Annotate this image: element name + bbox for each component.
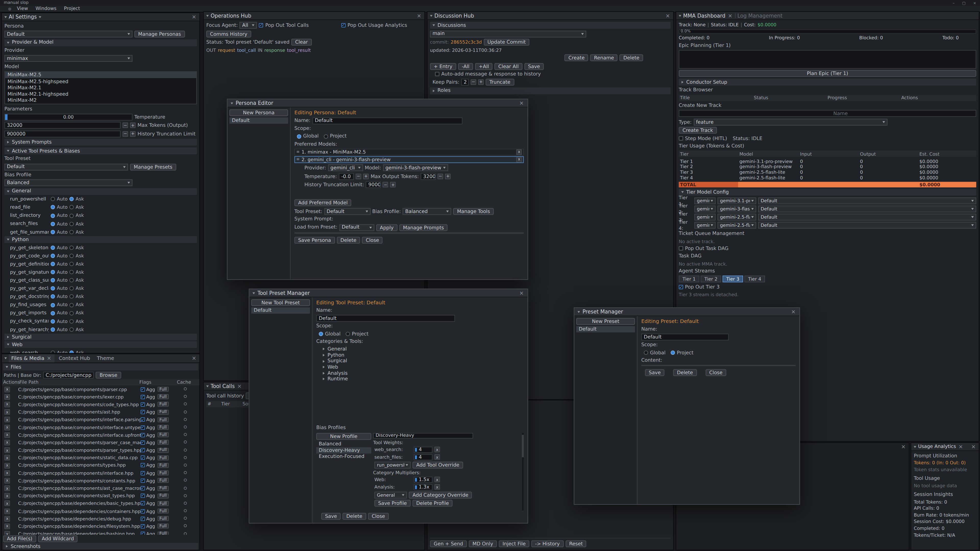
weight-input[interactable]: 4 — [414, 446, 432, 453]
full-button[interactable]: Full — [158, 501, 169, 506]
decrement-button[interactable]: − — [123, 131, 128, 137]
update-commit-button[interactable]: Update Commit — [484, 39, 530, 46]
remove-file-button[interactable]: x — [4, 440, 10, 445]
section-active-presets[interactable]: Active Tool Presets & Biases — [4, 148, 197, 154]
cache-indicator[interactable] — [184, 486, 187, 489]
agg-checkbox[interactable] — [141, 471, 145, 475]
section-files[interactable]: Files — [3, 364, 198, 370]
cache-indicator[interactable] — [184, 441, 187, 444]
auto-radio[interactable] — [51, 270, 55, 274]
stream-tab-tier-3[interactable]: Tier 3 — [722, 276, 743, 283]
model-select[interactable]: gemini-3.1-pro-preview — [718, 198, 756, 205]
close-tab-icon[interactable]: × — [46, 356, 52, 361]
model-select[interactable]: gemini-2.5-flash-lite — [718, 214, 756, 221]
category-runtime[interactable]: Runtime — [316, 376, 524, 382]
manage-presets-button[interactable]: Manage Presets — [130, 164, 176, 170]
agg-checkbox[interactable] — [141, 410, 145, 414]
collapse-panel-icon[interactable] — [206, 385, 209, 387]
remove-file-button[interactable]: x — [4, 432, 10, 438]
remove-file-button[interactable]: x — [4, 386, 10, 392]
auto-radio[interactable] — [51, 286, 55, 291]
full-button[interactable]: Full — [158, 516, 169, 521]
cache-indicator[interactable] — [184, 387, 187, 391]
multiplier-input[interactable]: 1.3x — [414, 484, 432, 490]
new-preset-button[interactable]: New Preset — [576, 318, 635, 325]
agg-checkbox[interactable] — [141, 395, 145, 399]
decrement-button[interactable]: − — [123, 123, 128, 128]
auto-radio[interactable] — [51, 222, 55, 226]
bias-profile-select[interactable]: Balanced — [403, 208, 452, 215]
collapse-panel-icon[interactable] — [914, 446, 916, 448]
add-preferred-model-button[interactable]: Add Preferred Model — [294, 200, 351, 206]
ask-radio[interactable] — [69, 303, 74, 307]
collapse-panel-icon[interactable] — [679, 15, 681, 17]
agg-checkbox[interactable] — [141, 478, 145, 483]
tab-log-management[interactable]: Log Management — [737, 13, 783, 19]
apply-button[interactable]: Apply — [376, 224, 397, 231]
auto-radio[interactable] — [51, 351, 55, 353]
tab-theme[interactable]: Theme — [94, 354, 117, 362]
preferred-model-row[interactable]: ≡2. gemini_cli - gemini-3-flash-previewx — [294, 156, 524, 163]
close-panel-icon[interactable]: × — [191, 14, 197, 20]
model-option[interactable]: MiniMax-M2.1-highspeed — [5, 91, 196, 97]
ask-radio[interactable] — [69, 319, 74, 324]
manage-tools-button[interactable]: Manage Tools — [453, 208, 493, 215]
tool-preset-list-item[interactable]: Default — [251, 307, 310, 314]
scrollbar[interactable] — [521, 433, 524, 510]
tool-override-select[interactable]: run_powershell — [374, 462, 410, 468]
keep-pairs-input[interactable]: 2 — [461, 79, 469, 86]
create-track-button[interactable]: Create Track — [679, 127, 717, 134]
full-button[interactable]: Full — [158, 425, 169, 430]
remove-file-button[interactable]: x — [4, 424, 10, 430]
close-dialog-button[interactable]: Close — [368, 513, 389, 520]
save-profile-button[interactable]: Save Profile — [374, 499, 410, 507]
remove-file-button[interactable]: x — [4, 448, 10, 453]
preset-select[interactable]: Default — [758, 222, 977, 229]
save-persona-button[interactable]: Save Persona — [294, 237, 334, 243]
full-button[interactable]: Full — [158, 470, 169, 475]
project-radio[interactable] — [345, 332, 350, 336]
global-radio[interactable] — [319, 332, 323, 336]
add-wildcard-button[interactable]: Add Wildcard — [38, 535, 78, 542]
agg-checkbox[interactable] — [141, 524, 145, 529]
ask-radio[interactable] — [69, 327, 74, 332]
plan-epic-button[interactable]: Plan Epic (Tier 1) — [679, 70, 977, 77]
entry-button[interactable]: + Entry — [430, 63, 456, 70]
close-panel-icon[interactable]: × — [970, 444, 976, 449]
decrement-button[interactable]: − — [356, 174, 361, 179]
save-button[interactable]: Save — [321, 513, 341, 520]
remove-file-button[interactable]: x — [4, 417, 10, 422]
section-screenshots[interactable]: Screenshots — [3, 543, 198, 550]
collapse-panel-icon[interactable] — [578, 311, 580, 313]
persona-name-input[interactable]: Default — [312, 118, 463, 124]
slider-handle[interactable] — [5, 114, 8, 120]
remove-file-button[interactable]: x — [4, 455, 10, 461]
max-output-input[interactable]: 32000 — [421, 173, 436, 180]
browse-button[interactable]: Browse — [96, 372, 121, 379]
agg-checkbox[interactable] — [141, 494, 145, 498]
category-surgical[interactable]: Surgical — [316, 358, 524, 364]
ask-radio[interactable] — [69, 311, 74, 315]
remove-file-button[interactable]: x — [4, 524, 10, 529]
all-button[interactable]: -All — [458, 63, 473, 70]
project-radio[interactable] — [324, 134, 328, 138]
ask-radio[interactable] — [69, 205, 74, 210]
ask-radio[interactable] — [69, 278, 74, 283]
collapse-panel-icon[interactable] — [231, 102, 233, 104]
full-button[interactable]: Full — [158, 493, 169, 499]
ask-radio[interactable] — [69, 222, 74, 226]
close-dialog-button[interactable]: Close — [705, 369, 726, 376]
bias-profile-select[interactable]: Balanced — [4, 179, 132, 186]
inject-file-button[interactable]: Inject File — [499, 540, 529, 547]
agg-checkbox[interactable] — [141, 402, 145, 407]
auto-radio[interactable] — [51, 197, 55, 201]
add-file-button[interactable]: Add File(s) — [3, 535, 36, 542]
remove-file-button[interactable]: x — [4, 531, 10, 535]
full-button[interactable]: Full — [158, 432, 169, 437]
comms-history-button[interactable]: Comms History — [206, 30, 251, 37]
category-python[interactable]: Python — [316, 352, 524, 358]
pop-out-tier3-checkbox[interactable] — [679, 285, 683, 289]
full-button[interactable]: Full — [158, 410, 169, 415]
section-system-prompts[interactable]: System Prompts — [4, 139, 197, 146]
agg-checkbox[interactable] — [141, 509, 145, 513]
